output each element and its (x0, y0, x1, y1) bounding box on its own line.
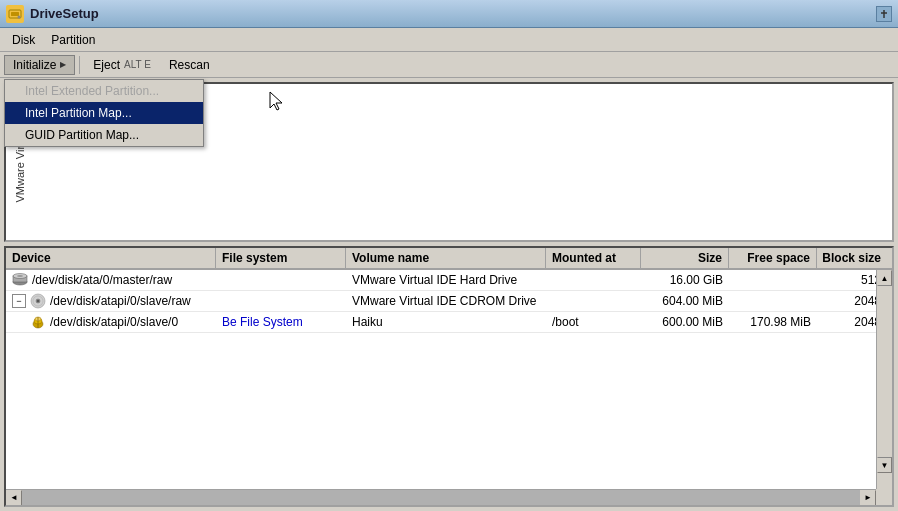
menu-bar: Disk Partition (0, 28, 898, 52)
scroll-right-button[interactable]: ► (860, 490, 876, 506)
scroll-track-h (22, 490, 860, 505)
td-fs-2 (216, 299, 346, 303)
scrollbar-vertical[interactable]: ▲ ▼ (876, 270, 892, 489)
table-container: Device File system Volume name Mounted a… (4, 246, 894, 507)
td-mounted-2 (546, 299, 641, 303)
svg-point-8 (17, 275, 23, 277)
td-fs-1 (216, 278, 346, 282)
window-body: Disk Partition Initialize ▶ Intel Extend… (0, 28, 898, 511)
eject-shortcut: ALT E (124, 59, 151, 70)
initialize-arrow: ▶ (60, 60, 66, 69)
td-volname-2: VMware Virtual IDE CDROM Drive (346, 292, 546, 310)
app-title: DriveSetup (30, 6, 876, 21)
td-volname-1: VMware Virtual IDE Hard Drive (346, 271, 546, 289)
svg-rect-1 (11, 12, 19, 16)
initialize-dropdown: Intel Extended Partition... Intel Partit… (4, 79, 204, 147)
hdd-icon (12, 272, 28, 288)
td-free-3: 170.98 MiB (729, 313, 817, 331)
scroll-up-button[interactable]: ▲ (877, 270, 892, 286)
td-size-1: 16.00 GiB (641, 271, 729, 289)
td-fs-3: Be File System (216, 313, 346, 331)
td-device-2: − /dev/disk/atapi/0/slave/raw (6, 291, 216, 311)
th-size[interactable]: Size (641, 248, 729, 268)
th-volname[interactable]: Volume name (346, 248, 546, 268)
rescan-button[interactable]: Rescan (160, 55, 219, 75)
initialize-button[interactable]: Initialize ▶ (4, 55, 75, 75)
th-free[interactable]: Free space (729, 248, 817, 268)
scroll-corner (876, 489, 892, 505)
td-mounted-1 (546, 278, 641, 282)
toolbar-sep-1 (79, 56, 80, 74)
menu-guid-partition[interactable]: GUID Partition Map... (5, 124, 203, 146)
menu-disk[interactable]: Disk (4, 31, 43, 49)
svg-point-2 (18, 15, 21, 18)
th-device[interactable]: Device (6, 248, 216, 268)
scroll-down-button[interactable]: ▼ (877, 457, 892, 473)
be-icon (30, 314, 46, 330)
th-blocksize[interactable]: Block size (817, 248, 887, 268)
svg-point-11 (37, 300, 39, 302)
initialize-container: Initialize ▶ Intel Extended Partition...… (4, 55, 75, 75)
td-device-3: /dev/disk/atapi/0/slave/0 (6, 312, 216, 332)
scroll-left-button[interactable]: ◄ (6, 490, 22, 506)
expand-icon-2[interactable]: − (12, 294, 26, 308)
menu-intel-extended[interactable]: Intel Extended Partition... (5, 80, 203, 102)
table-row[interactable]: /dev/disk/atapi/0/slave/0 Be File System… (6, 312, 892, 333)
th-mounted[interactable]: Mounted at (546, 248, 641, 268)
title-bar: DriveSetup (0, 0, 898, 28)
th-filesystem[interactable]: File system (216, 248, 346, 268)
table-header: Device File system Volume name Mounted a… (6, 248, 892, 270)
td-volname-3: Haiku (346, 313, 546, 331)
menu-partition[interactable]: Partition (43, 31, 103, 49)
toolbar: Initialize ▶ Intel Extended Partition...… (0, 52, 898, 78)
table-body: /dev/disk/ata/0/master/raw VMware Virtua… (6, 270, 892, 505)
td-device-1: /dev/disk/ata/0/master/raw (6, 270, 216, 290)
scrollbar-horizontal[interactable]: ◄ ► (6, 489, 876, 505)
td-free-2 (729, 299, 817, 303)
cd-icon (30, 293, 46, 309)
table-row[interactable]: /dev/disk/ata/0/master/raw VMware Virtua… (6, 270, 892, 291)
td-size-3: 600.00 MiB (641, 313, 729, 331)
table-row[interactable]: − /dev/disk/atapi/0/slave/raw VMware Vir… (6, 291, 892, 312)
eject-button[interactable]: Eject ALT E (84, 55, 160, 75)
app-icon (6, 5, 24, 23)
td-mounted-3: /boot (546, 313, 641, 331)
menu-intel-partition[interactable]: Intel Partition Map... (5, 102, 203, 124)
pin-button[interactable] (876, 6, 892, 22)
td-size-2: 604.00 MiB (641, 292, 729, 310)
td-free-1 (729, 278, 817, 282)
